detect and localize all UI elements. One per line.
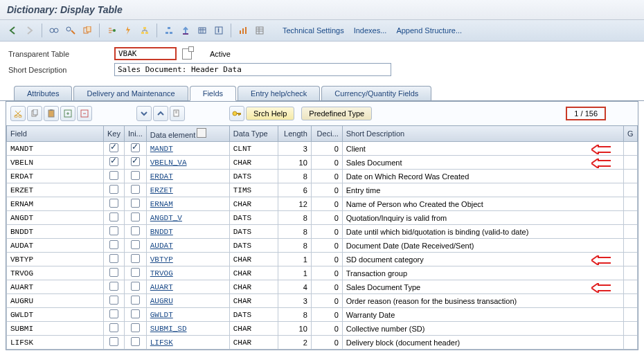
table-row[interactable]: AUARTAUARTCHAR40Sales Document Type (7, 280, 638, 294)
cell-key[interactable] (104, 322, 125, 336)
collapse-icon[interactable] (153, 106, 168, 121)
cell-ini[interactable] (124, 308, 146, 322)
cut-icon[interactable] (10, 106, 26, 121)
col-short-desc[interactable]: Short Description (342, 126, 623, 142)
cell-field[interactable]: AUGRU (7, 294, 104, 308)
check-icon[interactable] (104, 23, 119, 38)
cell-field[interactable]: SUBMI (7, 322, 104, 336)
cell-field[interactable]: ERZET (7, 183, 104, 197)
cell-key[interactable] (104, 183, 125, 197)
other-object-icon[interactable] (80, 23, 95, 38)
col-btn-icon[interactable] (197, 128, 206, 138)
col-ini[interactable]: Ini... (124, 126, 146, 142)
paste-icon[interactable] (44, 106, 59, 121)
cell-data-element[interactable]: ERDAT (146, 170, 229, 183)
table-row[interactable]: ERDATERDATDATS80Date on Which Record Was… (7, 170, 638, 183)
table-row[interactable]: ANGDTANGDT_VDATS80Quotation/Inquiry is v… (7, 211, 638, 225)
col-key[interactable]: Key (104, 126, 125, 142)
cell-field[interactable]: MANDT (7, 142, 104, 156)
cell-field[interactable]: VBTYP (7, 253, 104, 266)
table-row[interactable]: GWLDTGWLDTDATS80Warranty Date (7, 308, 638, 322)
cell-data-element[interactable]: ERNAM (146, 197, 229, 211)
cell-key[interactable] (104, 170, 125, 183)
technical-settings-link[interactable]: Technical Settings (278, 25, 348, 36)
cell-data-element[interactable]: MANDT (146, 142, 229, 156)
back-icon[interactable] (6, 23, 21, 38)
cell-key[interactable] (104, 280, 125, 294)
cell-ini[interactable] (124, 336, 146, 350)
expand-icon[interactable] (136, 106, 152, 121)
table-row[interactable]: ERNAMERNAMCHAR120Name of Person who Crea… (7, 197, 638, 211)
table-row[interactable]: LIFSKLIFSKCHAR20Delivery block (document… (7, 336, 638, 350)
table-row[interactable]: SUBMISUBMI_SDCHAR100Collective number (S… (7, 322, 638, 336)
cell-ini[interactable] (124, 156, 146, 170)
cell-key[interactable] (104, 239, 125, 253)
graphic-icon[interactable] (235, 23, 251, 38)
cell-ini[interactable] (124, 225, 146, 239)
cell-key[interactable] (104, 266, 125, 280)
cell-ini[interactable] (124, 266, 146, 280)
col-data-type[interactable]: Data Type (229, 126, 278, 142)
cell-ini[interactable] (124, 280, 146, 294)
cell-key[interactable] (104, 308, 125, 322)
cell-field[interactable]: TRVOG (7, 266, 104, 280)
tab-attributes[interactable]: Attributes (14, 86, 72, 101)
cell-data-element[interactable]: TRVOG (146, 266, 229, 280)
col-field[interactable]: Field (7, 126, 104, 142)
cell-field[interactable]: ERNAM (7, 197, 104, 211)
cell-field[interactable]: ANGDT (7, 211, 104, 225)
delete-row-icon[interactable] (77, 106, 92, 121)
cell-data-element[interactable]: GWLDT (146, 308, 229, 322)
cell-ini[interactable] (124, 142, 146, 156)
cell-key[interactable] (104, 156, 125, 170)
cell-ini[interactable] (124, 322, 146, 336)
cell-ini[interactable] (124, 183, 146, 197)
cell-field[interactable]: VBELN (7, 156, 104, 170)
tab-fields[interactable]: Fields (190, 86, 236, 101)
cell-ini[interactable] (124, 239, 146, 253)
cell-ini[interactable] (124, 211, 146, 225)
activate-icon[interactable] (120, 23, 136, 38)
cell-key[interactable] (104, 225, 125, 239)
cell-field[interactable]: BNDDT (7, 225, 104, 239)
find-text-icon[interactable] (170, 106, 185, 121)
table-row[interactable]: VBELNVBELN_VACHAR100Sales Document (7, 156, 638, 170)
insert-row-icon[interactable] (60, 106, 75, 121)
cell-data-element[interactable]: AUDAT (146, 239, 229, 253)
f4-help-icon[interactable] (182, 48, 192, 60)
srch-help-button[interactable]: Srch Help (246, 107, 294, 120)
cell-data-element[interactable]: VBTYP (146, 253, 229, 266)
table-row[interactable]: AUDATAUDATDATS80Document Date (Date Rece… (7, 239, 638, 253)
cell-field[interactable]: ERDAT (7, 170, 104, 183)
table-icon[interactable] (252, 23, 267, 38)
table-row[interactable]: ERZETERZETTIMS60Entry time (7, 183, 638, 197)
predefined-type-button[interactable]: Predefined Type (301, 107, 372, 120)
table-row[interactable]: AUGRUAUGRUCHAR30Order reason (reason for… (7, 294, 638, 308)
cell-data-element[interactable]: ERZET (146, 183, 229, 197)
table-row[interactable]: MANDTMANDTCLNT30Client (7, 142, 638, 156)
cell-key[interactable] (104, 294, 125, 308)
contents-icon[interactable] (195, 23, 210, 38)
cell-ini[interactable] (124, 294, 146, 308)
glasses-icon[interactable] (46, 23, 62, 38)
cell-data-element[interactable]: AUART (146, 280, 229, 294)
where-used-icon[interactable] (137, 23, 152, 38)
cell-key[interactable] (104, 197, 125, 211)
info-icon[interactable]: i (211, 23, 226, 38)
indexes-link[interactable]: Indexes... (350, 25, 391, 36)
col-length[interactable]: Length (278, 126, 311, 142)
cell-field[interactable]: AUART (7, 280, 104, 294)
key-icon[interactable] (229, 106, 244, 121)
tab-currency[interactable]: Currency/Quantity Fields (321, 86, 431, 101)
cell-data-element[interactable]: SUBMI_SD (146, 322, 229, 336)
append-icon[interactable] (178, 23, 193, 38)
cell-ini[interactable] (124, 170, 146, 183)
table-row[interactable]: VBTYPVBTYPCHAR10SD document category (7, 253, 638, 266)
cell-key[interactable] (104, 211, 125, 225)
table-row[interactable]: BNDDTBNDDTDATS80Date until which bid/quo… (7, 225, 638, 239)
forward-icon[interactable] (22, 23, 37, 38)
copy-icon[interactable] (27, 106, 42, 121)
cell-key[interactable] (104, 336, 125, 350)
append-structure-link[interactable]: Append Structure... (392, 25, 466, 36)
table-name-input[interactable] (114, 47, 177, 60)
